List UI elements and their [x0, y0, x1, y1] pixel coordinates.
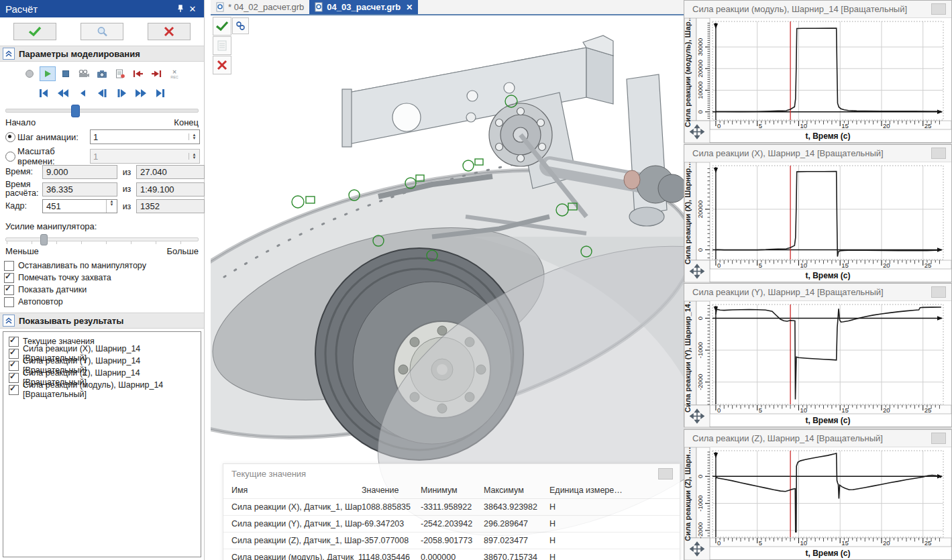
checkbox-icon[interactable]: [4, 285, 14, 295]
checkbox-icon[interactable]: [4, 261, 14, 271]
application-window: Расчёт ✕ Параметры моделирования: [0, 0, 952, 560]
y-axis-label: Сила реакции (X), Шарнир…: [684, 162, 692, 264]
result-item[interactable]: Сила реакции (модуль), Шарнир_14 [Вращат…: [3, 383, 201, 395]
chart-plot[interactable]: 0510152025-2000-10000Сила реакции (Y), Ш…: [684, 301, 951, 427]
mark-end-icon[interactable]: [148, 66, 164, 81]
preview-button[interactable]: [81, 23, 123, 40]
svg-text:-1000: -1000: [696, 342, 704, 358]
force-slider-thumb[interactable]: [40, 234, 48, 245]
option-checkbox[interactable]: Автоповтор: [0, 295, 204, 307]
close-icon[interactable]: ✕: [187, 3, 199, 15]
checkbox-icon[interactable]: [9, 361, 19, 371]
svg-text:25: 25: [924, 262, 932, 269]
frame-label: Кадр:: [5, 202, 40, 211]
frame-field[interactable]: 451 ▲▼: [42, 199, 117, 213]
svg-text:20: 20: [883, 122, 890, 129]
animation-step-field[interactable]: 1 ▲▼: [90, 129, 200, 144]
svg-text:15: 15: [841, 262, 849, 269]
mark-start-icon[interactable]: [130, 66, 146, 81]
tab-04-02[interactable]: * 04_02_расчет.grb: [211, 0, 309, 14]
svg-text:5: 5: [759, 262, 762, 269]
option-checkbox[interactable]: Помечать точку захвата: [0, 271, 204, 283]
collapse-icon[interactable]: [3, 48, 15, 60]
svg-text:✕: ✕: [172, 69, 177, 75]
checkbox-icon[interactable]: [4, 297, 14, 307]
option-checkbox[interactable]: Останавливать по манипулятору: [0, 259, 204, 271]
values-table-header: Имя Значение Минимум Максимум Единица из…: [223, 482, 680, 498]
collapse-icon[interactable]: [3, 315, 15, 327]
svg-text:10: 10: [800, 122, 807, 129]
chart-minimize-button[interactable]: [931, 148, 946, 159]
to-end-icon[interactable]: [154, 88, 167, 99]
animation-step-radio[interactable]: [5, 132, 15, 142]
chart-plot[interactable]: 0510152025-2000-10000Сила реакции (Z), Ш…: [684, 447, 951, 560]
table-row[interactable]: Сила реакции (модуль), Датчик_1, Ша…1148…: [223, 549, 680, 560]
checkbox-icon[interactable]: [4, 273, 14, 283]
timeline-slider[interactable]: [5, 104, 199, 116]
frame-forward-icon[interactable]: [115, 88, 128, 99]
chart-panel-1: Сила реакции (X), Шарнир_14 [Вращательны…: [684, 144, 952, 282]
timeline-slider-thumb[interactable]: [71, 105, 80, 117]
svg-text:10: 10: [800, 539, 807, 547]
table-row[interactable]: Сила реакции (Y), Датчик_1, Шарнир_1…-69…: [223, 515, 680, 532]
table-row[interactable]: Сила реакции (Z), Датчик_1, Шарнир_1…-35…: [223, 532, 680, 549]
spinner-icon[interactable]: ▲▼: [189, 133, 199, 140]
to-start-icon[interactable]: [37, 88, 50, 99]
svg-text:0: 0: [696, 475, 704, 478]
chart-minimize-button[interactable]: [931, 286, 946, 298]
report-icon[interactable]: [112, 66, 128, 81]
panel-actions: [0, 17, 204, 43]
table-row[interactable]: Сила реакции (X), Датчик_1, Шарнир_1…108…: [223, 498, 680, 515]
stop-icon[interactable]: [58, 66, 74, 81]
chart-plot[interactable]: 0510152025020000Сила реакции (X), Шарнир…: [684, 162, 951, 282]
svg-text:-1000: -1000: [696, 495, 704, 511]
results-listbox[interactable]: Текущие значенияСила реакции (X), Шарнир…: [3, 331, 201, 557]
chart-dock: Сила реакции (модуль), Шарнир_14 [Вращат…: [684, 0, 952, 560]
video-capture-icon[interactable]: [76, 66, 92, 81]
pin-icon[interactable]: [174, 3, 187, 15]
confirm-button[interactable]: [13, 23, 56, 40]
spinner-icon[interactable]: ▲▼: [106, 200, 117, 213]
y-axis-label: Сила реакции (Y), Шарнир_14…: [684, 301, 692, 412]
manipulator-force-slider[interactable]: [5, 233, 199, 245]
viewport-3d[interactable]: Текущие значения Имя Значение Минимум Ма…: [211, 15, 684, 560]
frame-back-icon[interactable]: [95, 88, 109, 99]
svg-text:0: 0: [717, 406, 721, 414]
rec-off-icon[interactable]: ✕REC: [166, 66, 182, 81]
option-checkbox[interactable]: Показать датчики: [0, 283, 204, 295]
fast-forward-icon[interactable]: [134, 88, 148, 99]
screenshot-icon[interactable]: [94, 66, 110, 81]
cancel-button[interactable]: [148, 23, 191, 40]
chart-title: Сила реакции (модуль), Шарнир_14 [Вращат…: [692, 4, 931, 14]
svg-text:25: 25: [924, 539, 932, 547]
panel-title: Расчёт: [5, 3, 174, 15]
checkbox-icon[interactable]: [9, 337, 19, 347]
svg-text:REC: REC: [170, 75, 178, 79]
svg-text:15: 15: [841, 406, 849, 414]
force-more-label: Больше: [167, 246, 199, 256]
tab-04-03[interactable]: 04_03_расчет.grb ✕: [309, 0, 418, 14]
checkbox-label: Автоповтор: [18, 297, 63, 306]
vp-cancel-button[interactable]: [213, 56, 231, 74]
vp-rebuild-icon[interactable]: [232, 17, 249, 34]
checkbox-icon[interactable]: [9, 373, 19, 383]
step-back-icon[interactable]: [76, 88, 89, 99]
play-icon[interactable]: [40, 66, 56, 81]
section-simulation-params: Параметры моделирования: [0, 46, 204, 62]
time-scale-radio[interactable]: [5, 152, 15, 162]
vp-confirm-button[interactable]: [213, 17, 231, 36]
record-icon[interactable]: [21, 66, 38, 81]
chart-panel-0: Сила реакции (модуль), Шарнир_14 [Вращат…: [684, 0, 952, 143]
chart-minimize-button[interactable]: [931, 3, 946, 15]
fast-backward-icon[interactable]: [56, 88, 70, 99]
checkbox-icon[interactable]: [9, 349, 19, 359]
chart-minimize-button[interactable]: [931, 433, 946, 444]
svg-text:-2000: -2000: [696, 374, 704, 390]
svg-text:20000: 20000: [696, 60, 704, 77]
checkbox-label: Помечать точку захвата: [18, 273, 111, 282]
svg-text:10000: 10000: [696, 81, 704, 99]
chart-plot[interactable]: 05101520250100002000030000Сила реакции (…: [684, 18, 951, 143]
tab-close-icon[interactable]: ✕: [406, 3, 413, 12]
checkbox-icon[interactable]: [9, 385, 19, 395]
values-panel-button[interactable]: [658, 468, 673, 480]
